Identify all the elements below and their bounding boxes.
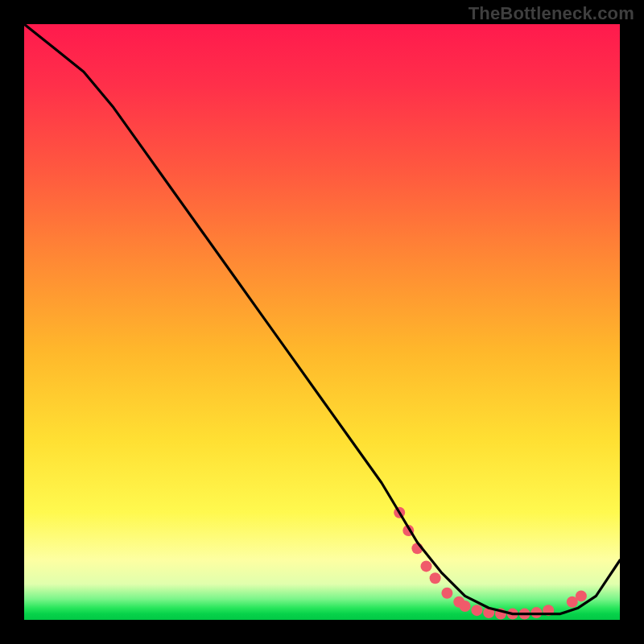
chart-svg [24,24,620,620]
curve-marker [471,605,482,616]
bottleneck-curve [24,24,620,614]
curve-marker [430,572,441,584]
curve-marker [441,588,452,599]
curve-marker [576,590,587,601]
chart-frame: TheBottleneck.com [0,0,644,644]
curve-marker [460,601,471,612]
plot-area [24,24,620,620]
marker-layer [394,507,587,620]
watermark-text: TheBottleneck.com [469,3,634,24]
curve-marker [421,560,432,572]
